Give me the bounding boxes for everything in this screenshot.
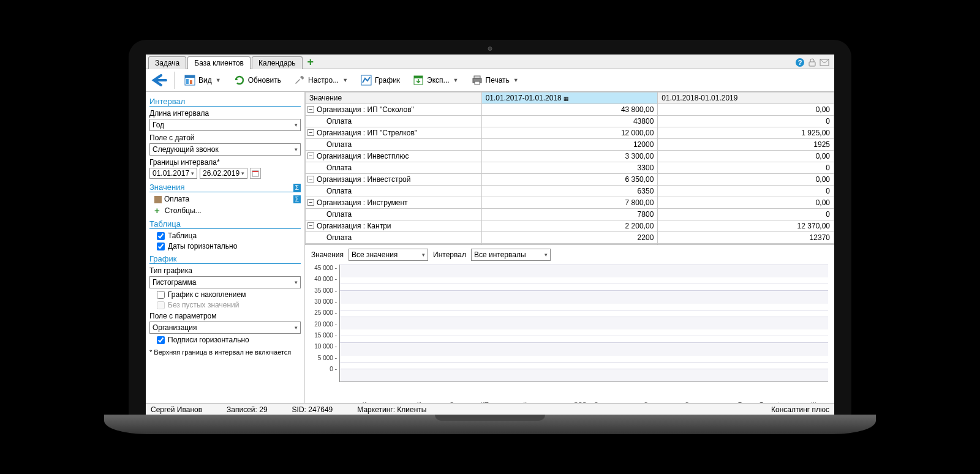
tab-task[interactable]: Задача xyxy=(148,56,186,69)
chk-stacked[interactable]: График с накоплением xyxy=(157,290,301,299)
help-icon[interactable]: ? xyxy=(795,58,805,67)
chevron-down-icon: ▼ xyxy=(342,77,348,83)
add-tab-button[interactable]: + xyxy=(304,56,318,69)
toolbar: Вид▼ Обновить Настро...▼ График Эксп...▼… xyxy=(146,69,834,92)
table-sub-row[interactable]: Оплата63500 xyxy=(306,186,834,197)
expander-icon[interactable]: − xyxy=(307,152,314,159)
lock-icon[interactable] xyxy=(807,58,817,67)
table-sub-row[interactable]: Оплата33000 xyxy=(306,162,834,174)
sidebar: Интервал Длина интервала Год Поле с дато… xyxy=(146,92,305,403)
status-bar: Сергей Иванов Записей: 29 SID: 247649 Ма… xyxy=(146,403,834,416)
print-icon xyxy=(471,74,483,86)
plus-icon: + xyxy=(154,205,160,216)
export-label: Эксп... xyxy=(427,76,450,85)
view-label: Вид xyxy=(198,76,212,85)
data-grid[interactable]: Значение 01.01.2017-01.01.2018 ▦ 01.01.2… xyxy=(305,92,834,245)
footnote-text: * Верхняя граница в интервал не включает… xyxy=(149,348,301,356)
svg-rect-10 xyxy=(414,76,423,78)
table-group-row[interactable]: −Организация : Кантри2 200,0012 370,00 xyxy=(306,220,834,232)
export-icon xyxy=(412,74,424,86)
tabs-row: Задача База клиентов Календарь + ? xyxy=(146,55,834,69)
chart-y-axis: 45 000 -40 000 -35 000 -30 000 -25 000 -… xyxy=(311,265,339,382)
refresh-label: Обновить xyxy=(248,76,281,85)
chevron-down-icon: ▼ xyxy=(216,77,221,83)
table-sub-row[interactable]: Оплата78000 xyxy=(306,209,834,220)
settings-button[interactable]: Настро...▼ xyxy=(289,72,352,89)
svg-rect-6 xyxy=(186,79,189,84)
status-records: Записей: 29 xyxy=(227,405,268,414)
expander-icon[interactable]: − xyxy=(307,176,314,182)
mail-icon[interactable] xyxy=(820,58,829,67)
toolbar-separator xyxy=(174,72,175,89)
chart-button[interactable]: График xyxy=(356,72,404,89)
section-table: Таблица xyxy=(149,219,301,229)
chk-no-empty: Без пустых значений xyxy=(157,301,301,309)
status-company: Консалтинг плюс xyxy=(771,405,829,414)
section-interval: Интервал xyxy=(149,97,301,107)
chart-plot xyxy=(339,265,828,382)
chk-dates-horiz[interactable]: Даты горизонтально xyxy=(157,242,301,250)
table-group-row[interactable]: −Организация : ИП "Стрелков"12 000,001 9… xyxy=(306,127,834,139)
chart-type-select[interactable]: Гистограмма xyxy=(149,276,301,288)
refresh-icon xyxy=(233,74,246,86)
back-button[interactable] xyxy=(149,72,169,88)
chart-values-label: Значения xyxy=(311,250,344,259)
interval-length-select[interactable]: Год xyxy=(149,119,301,131)
table-group-row[interactable]: −Организация : Инвестстрой6 350,000,00 xyxy=(306,174,834,186)
param-field-label: Поле с параметром xyxy=(149,312,301,320)
date-to-input[interactable]: 26.02.2019 xyxy=(200,168,247,179)
wrench-icon xyxy=(293,74,306,86)
table-group-row[interactable]: −Организация : ИП "Соколов"43 800,000,00 xyxy=(306,104,834,116)
svg-text:?: ? xyxy=(798,59,802,66)
chart-pane: Значения Все значения Интервал Все интер… xyxy=(305,245,834,403)
print-button[interactable]: Печать▼ xyxy=(467,72,523,89)
svg-rect-5 xyxy=(185,75,195,78)
series-swatch xyxy=(154,196,162,203)
chart-interval-select[interactable]: Все интервалы xyxy=(471,249,551,261)
chart-label: График xyxy=(375,76,400,85)
camera-dot xyxy=(488,47,492,51)
bounds-label: Границы интервала* xyxy=(149,158,301,167)
tab-calendar[interactable]: Календарь xyxy=(252,56,303,69)
table-group-row[interactable]: −Организация : Инвестплюс3 300,000,00 xyxy=(306,151,834,162)
table-sub-row[interactable]: Оплата120001925 xyxy=(306,139,834,151)
table-sub-row[interactable]: Оплата220012370 xyxy=(306,232,834,244)
chart-icon xyxy=(360,74,372,86)
col-value[interactable]: Значение xyxy=(306,92,482,104)
tab-clients[interactable]: База клиентов xyxy=(187,56,251,69)
svg-rect-7 xyxy=(190,80,192,84)
table-group-row[interactable]: −Организация : Инструмент7 800,000,00 xyxy=(306,197,834,209)
expander-icon[interactable]: − xyxy=(307,222,314,229)
expander-icon[interactable]: − xyxy=(307,106,314,113)
chk-table[interactable]: Таблица xyxy=(157,231,301,240)
expander-icon[interactable]: − xyxy=(307,199,314,206)
date-field-select[interactable]: Следующий звонок xyxy=(149,143,301,156)
value-item: Оплата xyxy=(164,195,189,203)
chevron-down-icon: ▼ xyxy=(513,77,519,83)
export-button[interactable]: Эксп...▼ xyxy=(408,72,462,89)
sigma-icon[interactable]: Σ xyxy=(293,184,301,192)
table-sub-row[interactable]: Оплата438000 xyxy=(306,116,834,127)
interval-length-label: Длина интервала xyxy=(149,109,301,118)
sigma-icon[interactable]: Σ xyxy=(293,195,301,203)
grid-header-row: Значение 01.01.2017-01.01.2018 ▦ 01.01.2… xyxy=(306,92,834,104)
refresh-button[interactable]: Обновить xyxy=(229,72,285,89)
chk-labels-horiz[interactable]: Подписи горизонтально xyxy=(157,336,301,344)
svg-rect-2 xyxy=(809,62,815,66)
svg-rect-13 xyxy=(475,81,480,85)
col-period2[interactable]: 01.01.2018-01.01.2019 xyxy=(658,92,834,104)
chart-type-label: Тип графика xyxy=(149,266,301,275)
expander-icon[interactable]: − xyxy=(307,129,314,136)
param-field-select[interactable]: Организация xyxy=(149,322,301,334)
add-columns-link[interactable]: Столбцы... xyxy=(165,206,202,215)
status-sid: SID: 247649 xyxy=(292,405,333,414)
col-period1[interactable]: 01.01.2017-01.01.2018 ▦ xyxy=(481,92,658,104)
chart-x-labels: ИнвестплюсИнструментОплатаИП "Стрелков"К… xyxy=(339,402,828,403)
chart-interval-label: Интервал xyxy=(433,250,466,259)
chart-values-select[interactable]: Все значения xyxy=(349,249,428,261)
view-button[interactable]: Вид▼ xyxy=(179,72,225,89)
section-values: ЗначенияΣ xyxy=(149,182,301,192)
svg-rect-15 xyxy=(252,171,258,172)
calendar-icon[interactable] xyxy=(250,168,261,179)
date-from-input[interactable]: 01.01.2017 xyxy=(149,168,197,179)
